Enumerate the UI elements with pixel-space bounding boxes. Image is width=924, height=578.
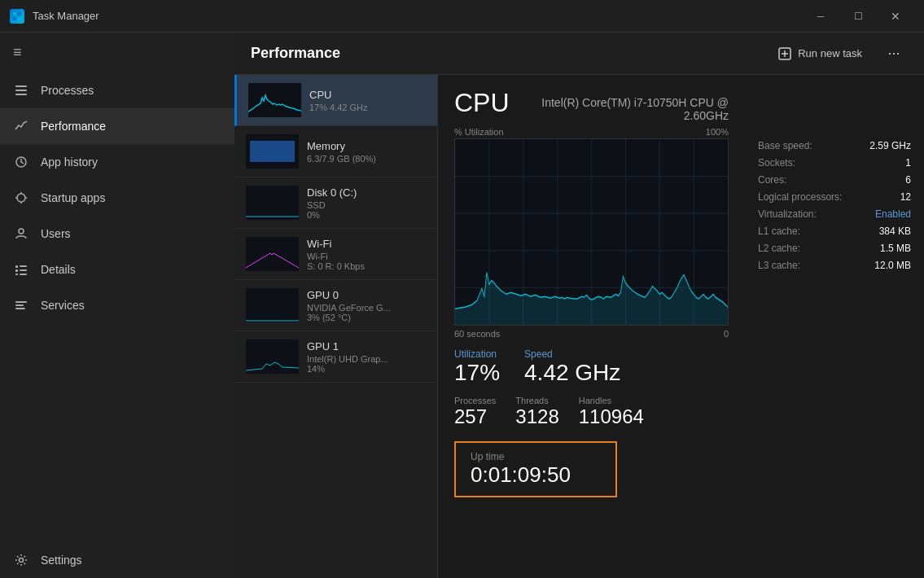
app-history-label: App history (41, 155, 98, 169)
sidebar-item-settings[interactable]: Settings (0, 542, 234, 578)
info-key: Base speed: (758, 140, 812, 151)
cpu-sub: 17% 4.42 GHz (309, 103, 426, 112)
startup-apps-icon (13, 190, 29, 206)
info-key: Virtualization: (758, 208, 817, 220)
info-row: L2 cache:1.5 MB (758, 243, 911, 254)
run-task-icon (778, 47, 791, 60)
svg-rect-19 (20, 274, 27, 275)
processes-stat-label: Processes (454, 396, 496, 405)
cpu-name: CPU (309, 89, 426, 101)
performance-label: Performance (41, 120, 106, 133)
cpu-info: CPU 17% 4.42 GHz (309, 89, 426, 112)
gpu1-sub1: Intel(R) UHD Grap... (307, 354, 426, 364)
wifi-info: Wi-Fi Wi-Fi S: 0 R: 0 Kbps (307, 238, 426, 271)
settings-label: Settings (41, 554, 82, 567)
sidebar-item-services[interactable]: Services (0, 287, 234, 323)
sidebar-item-details[interactable]: Details (0, 252, 234, 287)
cpu-graph (454, 138, 729, 326)
run-new-task-label: Run new task (798, 47, 862, 59)
svg-rect-0 (13, 12, 16, 15)
processes-icon (13, 82, 29, 99)
svg-rect-16 (15, 269, 18, 272)
svg-rect-2 (13, 17, 16, 20)
minimize-button[interactable]: ─ (802, 0, 839, 33)
resource-item-cpu[interactable]: CPU 17% 4.42 GHz (234, 75, 437, 126)
threads-stat-value: 3128 (515, 405, 558, 428)
pth-row: Processes 257 Threads 3128 Handles 11096… (454, 396, 729, 428)
sidebar-item-performance[interactable]: Performance (0, 108, 234, 144)
gpu1-thumbnail (246, 339, 299, 374)
close-button[interactable]: ✕ (877, 0, 914, 33)
performance-layout: CPU 17% 4.42 GHz Memory 6.3/7.9 GB (80%) (234, 75, 924, 578)
resource-list: CPU 17% 4.42 GHz Memory 6.3/7.9 GB (80%) (234, 75, 438, 578)
maximize-button[interactable]: ☐ (839, 0, 877, 33)
svg-rect-1 (18, 12, 21, 15)
wifi-name: Wi-Fi (307, 238, 426, 250)
svg-point-23 (20, 558, 24, 563)
uptime-box: Up time 0:01:09:50 (454, 441, 617, 497)
speed-stat: Speed 4.42 GHz (524, 348, 620, 386)
detail-title: CPU (454, 88, 510, 118)
wifi-thumbnail (246, 237, 299, 271)
memory-thumbnail (246, 134, 299, 169)
sidebar-item-app-history[interactable]: App history (0, 144, 234, 180)
disk-sub1: SSD (307, 200, 426, 210)
processes-block: Processes 257 (454, 396, 496, 428)
info-key: Logical processors: (758, 191, 842, 203)
wifi-sub2: S: 0 R: 0 Kbps (307, 261, 426, 271)
info-key: Sockets: (758, 157, 795, 169)
details-icon (13, 261, 29, 278)
detail-info-wrapper: CPU Intel(R) Core(TM) i7-10750H CPU @ 2.… (438, 75, 924, 578)
resource-item-gpu1[interactable]: GPU 1 Intel(R) UHD Grap... 14% (234, 331, 437, 383)
info-row: L1 cache:384 KB (758, 226, 911, 237)
wifi-sub1: Wi-Fi (307, 252, 426, 261)
info-row: L3 cache:12.0 MB (758, 260, 911, 271)
resource-item-memory[interactable]: Memory 6.3/7.9 GB (80%) (234, 126, 437, 177)
handles-stat-label: Handles (579, 396, 644, 405)
svg-rect-4 (15, 85, 27, 87)
sidebar-item-startup-apps[interactable]: Startup apps (0, 180, 234, 216)
disk-info: Disk 0 (C:) SSD 0% (307, 186, 426, 220)
info-row: Sockets:1 (758, 157, 911, 169)
sidebar-item-users[interactable]: Users (0, 216, 234, 252)
services-icon (13, 297, 29, 313)
sidebar-toggle[interactable]: ≡ (0, 33, 234, 72)
sidebar-item-processes[interactable]: Processes (0, 72, 234, 108)
app-history-icon (13, 154, 29, 170)
memory-name: Memory (307, 140, 426, 152)
svg-rect-5 (15, 90, 27, 91)
processes-stat-value: 257 (454, 405, 496, 428)
info-value: Enabled (875, 208, 911, 220)
svg-rect-6 (15, 94, 27, 95)
main-layout: ≡ Processes Performance (0, 33, 924, 578)
content-area: Performance Run new task ··· (234, 33, 924, 578)
utilization-value: 17% (454, 360, 500, 386)
speed-label: Speed (524, 348, 620, 360)
services-label: Services (41, 299, 85, 312)
info-value: 2.59 GHz (869, 140, 911, 151)
graph-time-row: 60 seconds 0 (454, 329, 729, 339)
utilization-stat: Utilization 17% (454, 348, 500, 386)
info-row: Virtualization:Enabled (758, 208, 911, 220)
graph-time-left: 60 seconds (454, 329, 500, 339)
resource-item-disk0[interactable]: Disk 0 (C:) SSD 0% (234, 177, 437, 229)
handles-stat-value: 110964 (579, 405, 644, 428)
detail-header: CPU Intel(R) Core(TM) i7-10750H CPU @ 2.… (454, 88, 729, 122)
more-button[interactable]: ··· (880, 40, 908, 68)
info-key: L2 cache: (758, 243, 800, 254)
stats-row: Utilization 17% Speed 4.42 GHz (454, 348, 729, 386)
run-new-task-button[interactable]: Run new task (767, 42, 874, 65)
info-value: 1 (905, 157, 911, 169)
util-max: 100% (706, 127, 729, 137)
svg-rect-20 (15, 301, 27, 303)
speed-value: 4.42 GHz (524, 360, 620, 386)
uptime-value: 0:01:09:50 (471, 462, 601, 488)
graph-time-right: 0 (724, 329, 729, 339)
resource-item-wifi[interactable]: Wi-Fi Wi-Fi S: 0 R: 0 Kbps (234, 229, 437, 280)
resource-item-gpu0[interactable]: GPU 0 NVIDIA GeForce G... 3% (52 °C) (234, 280, 437, 331)
info-row: Base speed:2.59 GHz (758, 140, 911, 151)
sidebar: ≡ Processes Performance (0, 33, 234, 578)
info-value: 12 (900, 191, 911, 203)
gpu1-info: GPU 1 Intel(R) UHD Grap... 14% (307, 340, 426, 374)
util-label: % Utilization (454, 127, 504, 137)
